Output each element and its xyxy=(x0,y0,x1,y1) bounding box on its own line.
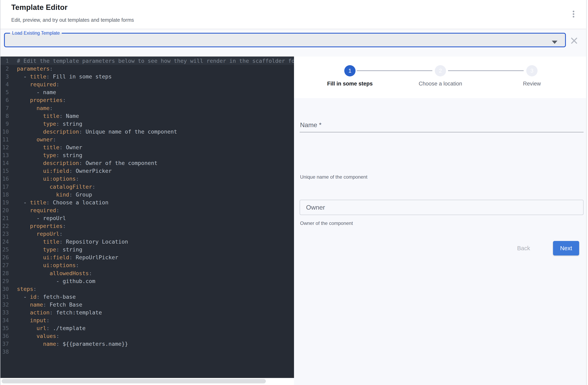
code-line[interactable]: 7 name: xyxy=(0,104,294,112)
code-line[interactable]: 24 title: Repository Location xyxy=(0,238,294,246)
line-number: 25 xyxy=(0,246,9,254)
step-form: Name * Unique name of the component Owne… xyxy=(294,98,588,385)
step-1-label: Fill in some steps xyxy=(308,81,392,87)
line-content: - github.com xyxy=(9,277,95,285)
name-input-helper: Unique name of the component xyxy=(300,174,367,180)
line-content: name: ${{parameters.name}} xyxy=(9,340,128,348)
line-content: title: Name xyxy=(9,112,79,120)
code-line[interactable]: 38 xyxy=(0,348,294,356)
code-line[interactable]: 25 type: string xyxy=(0,246,294,254)
step-2-circle: 2 xyxy=(435,65,446,76)
code-editor-lines: 1# Edit the template parameters below to… xyxy=(0,57,294,356)
code-line[interactable]: 27 ui:options: xyxy=(0,261,294,269)
code-line[interactable]: 33 action: fetch:template xyxy=(0,309,294,316)
code-line[interactable]: 26 ui:field: RepoUrlPicker xyxy=(0,254,294,261)
code-line[interactable]: 30steps: xyxy=(0,285,294,293)
step-1-number: 1 xyxy=(348,68,351,74)
next-button[interactable]: Next xyxy=(553,241,579,256)
line-number: 36 xyxy=(0,332,9,340)
line-number: 6 xyxy=(0,96,9,104)
line-number: 37 xyxy=(0,340,9,348)
code-line[interactable]: 22 properties: xyxy=(0,222,294,230)
code-line[interactable]: 5 - name xyxy=(0,88,294,96)
code-editor[interactable]: 1# Edit the template parameters below to… xyxy=(0,57,294,378)
line-number: 24 xyxy=(0,238,9,246)
code-line[interactable]: 3 - title: Fill in some steps xyxy=(0,73,294,81)
line-content: # Edit the template parameters below to … xyxy=(9,57,294,65)
line-content: name: Fetch Base xyxy=(9,301,82,309)
code-line[interactable]: 35 url: ./template xyxy=(0,324,294,332)
step-2-number: 2 xyxy=(439,68,442,74)
code-line[interactable]: 1# Edit the template parameters below to… xyxy=(0,57,294,65)
line-number: 22 xyxy=(0,222,9,230)
code-line[interactable]: 20 required: xyxy=(0,206,294,214)
code-line[interactable]: 4 required: xyxy=(0,81,294,88)
code-line[interactable]: 8 title: Name xyxy=(0,112,294,120)
code-line[interactable]: 14 description: Owner of the component xyxy=(0,159,294,167)
line-content: - name xyxy=(9,88,56,96)
name-input[interactable]: Name * xyxy=(300,115,584,132)
kebab-menu-icon[interactable] xyxy=(569,8,578,20)
window-right-edge xyxy=(586,0,587,385)
horizontal-scrollbar-thumb[interactable] xyxy=(2,379,266,383)
code-line[interactable]: 34 input: xyxy=(0,316,294,324)
code-line[interactable]: 37 name: ${{parameters.name}} xyxy=(0,340,294,348)
step-2-label: Choose a location xyxy=(398,81,483,87)
code-line[interactable]: 11 owner: xyxy=(0,136,294,143)
code-line[interactable]: 21 - repoUrl xyxy=(0,214,294,222)
code-line[interactable]: 28 allowedHosts: xyxy=(0,269,294,277)
line-number: 9 xyxy=(0,120,9,128)
line-content: title: Repository Location xyxy=(9,238,128,246)
line-number: 21 xyxy=(0,214,9,222)
back-button[interactable]: Back xyxy=(510,241,537,256)
line-content: title: Owner xyxy=(9,143,82,151)
line-content: ui:options: xyxy=(9,261,79,269)
step-3-label: Review xyxy=(490,81,574,87)
line-number: 19 xyxy=(0,198,9,206)
load-existing-template-select[interactable]: Load Existing Template xyxy=(4,31,566,47)
line-content: values: xyxy=(9,332,59,340)
line-content: - id: fetch-base xyxy=(9,293,76,301)
code-line[interactable]: 6 properties: xyxy=(0,96,294,104)
clear-selection-button[interactable] xyxy=(569,36,579,45)
code-line[interactable]: 9 type: string xyxy=(0,120,294,128)
code-line[interactable]: 12 title: Owner xyxy=(0,143,294,151)
line-number: 3 xyxy=(0,73,9,81)
line-content: - title: Fill in some steps xyxy=(9,73,112,81)
preview-panel: 1 2 3 Fill in some steps Choose a locati… xyxy=(294,57,588,385)
code-line[interactable]: 16 ui:options: xyxy=(0,175,294,183)
line-content: ui:field: OwnerPicker xyxy=(9,167,112,175)
line-content: kind: Group xyxy=(9,191,92,198)
code-line[interactable]: 13 type: string xyxy=(0,151,294,159)
code-line[interactable]: 17 catalogFilter: xyxy=(0,183,294,191)
line-number: 33 xyxy=(0,309,9,316)
chevron-down-icon xyxy=(552,41,557,44)
line-number: 17 xyxy=(0,183,9,191)
line-number: 31 xyxy=(0,293,9,301)
line-number: 10 xyxy=(0,128,9,136)
line-content: owner: xyxy=(9,136,56,143)
code-line[interactable]: 36 values: xyxy=(0,332,294,340)
line-number: 34 xyxy=(0,316,9,324)
code-line[interactable]: 32 name: Fetch Base xyxy=(0,301,294,309)
code-line[interactable]: 18 kind: Group xyxy=(0,191,294,198)
name-input-underline xyxy=(300,132,584,132)
line-number: 29 xyxy=(0,277,9,285)
line-number: 2 xyxy=(0,65,9,73)
line-number: 23 xyxy=(0,230,9,238)
code-line[interactable]: 10 description: Unique name of the compo… xyxy=(0,128,294,136)
line-number: 7 xyxy=(0,104,9,112)
step-1-circle: 1 xyxy=(344,65,356,76)
code-line[interactable]: 2parameters: xyxy=(0,65,294,73)
line-number: 35 xyxy=(0,324,9,332)
code-line[interactable]: 19 - title: Choose a location xyxy=(0,198,294,206)
code-line[interactable]: 31 - id: fetch-base xyxy=(0,293,294,301)
code-line[interactable]: 15 ui:field: OwnerPicker xyxy=(0,167,294,175)
line-number: 16 xyxy=(0,175,9,183)
owner-input[interactable]: Owner xyxy=(300,200,584,215)
code-line[interactable]: 29 - github.com xyxy=(0,277,294,285)
line-content: name: xyxy=(9,104,53,112)
line-content: input: xyxy=(9,316,50,324)
line-content: properties: xyxy=(9,96,66,104)
code-line[interactable]: 23 repoUrl: xyxy=(0,230,294,238)
